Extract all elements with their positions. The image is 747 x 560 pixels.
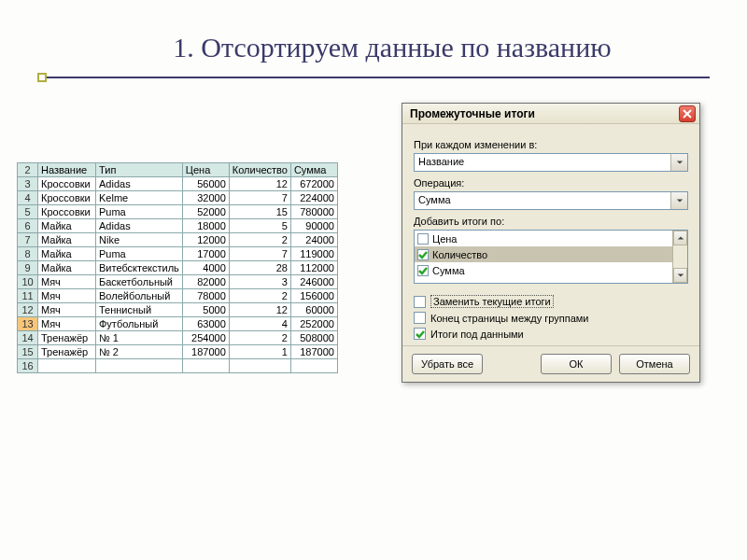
cell[interactable] xyxy=(229,359,290,373)
cell[interactable]: 3 xyxy=(229,275,290,289)
cell[interactable]: Майка xyxy=(38,233,96,247)
cell[interactable]: 156000 xyxy=(290,289,337,303)
cell[interactable]: 78000 xyxy=(182,289,229,303)
cell[interactable]: Мяч xyxy=(38,289,96,303)
chevron-down-icon[interactable] xyxy=(670,192,687,209)
scroll-down-icon[interactable] xyxy=(673,268,687,283)
cell[interactable]: № 1 xyxy=(96,331,183,345)
cell[interactable]: № 2 xyxy=(96,345,183,359)
table-row[interactable]: 14Тренажёр№ 12540002508000 xyxy=(18,331,338,345)
cell[interactable]: 18000 xyxy=(182,219,229,233)
cell[interactable] xyxy=(96,359,183,373)
cell[interactable]: Тренажёр xyxy=(38,345,96,359)
cell[interactable]: 246000 xyxy=(290,275,337,289)
cell[interactable]: 2 xyxy=(229,233,290,247)
cell[interactable]: Кроссовки xyxy=(38,177,96,191)
cell[interactable]: 90000 xyxy=(290,219,337,233)
cell[interactable]: Kelme xyxy=(96,191,183,205)
close-button[interactable] xyxy=(679,105,696,122)
cell[interactable]: Кроссовки xyxy=(38,191,96,205)
column-header[interactable]: Сумма xyxy=(290,163,337,177)
cell[interactable]: Волейбольный xyxy=(96,289,183,303)
combo-change-in[interactable]: Название xyxy=(414,153,688,172)
cell[interactable]: 12 xyxy=(229,303,290,317)
cell[interactable]: 5 xyxy=(229,219,290,233)
row-number[interactable]: 12 xyxy=(18,303,38,317)
table-row[interactable]: 9МайкаВитебсктекстиль400028112000 xyxy=(18,261,338,275)
cell[interactable]: Майка xyxy=(38,219,96,233)
cell[interactable]: 254000 xyxy=(182,331,229,345)
cell[interactable]: 119000 xyxy=(290,247,337,261)
cell[interactable]: Adidas xyxy=(96,219,183,233)
checkbox-replace-totals[interactable]: Заменить текущие итоги xyxy=(414,293,688,310)
table-row[interactable]: 7МайкаNike12000224000 xyxy=(18,233,338,247)
row-number[interactable]: 10 xyxy=(18,275,38,289)
cell[interactable]: 5000 xyxy=(182,303,229,317)
cell[interactable]: 52000 xyxy=(182,205,229,219)
ok-button[interactable]: ОК xyxy=(541,354,612,374)
cell[interactable]: 112000 xyxy=(290,261,337,275)
checkbox-totals-below[interactable]: Итоги под данными xyxy=(414,326,688,342)
cell[interactable]: Мяч xyxy=(38,275,96,289)
cell[interactable]: 28 xyxy=(229,261,290,275)
row-number[interactable]: 15 xyxy=(18,345,38,359)
column-header[interactable]: Цена xyxy=(182,163,229,177)
cell[interactable]: Витебсктекстиль xyxy=(96,261,183,275)
cell[interactable]: 82000 xyxy=(182,275,229,289)
row-number[interactable]: 3 xyxy=(18,177,38,191)
cell[interactable]: Кроссовки xyxy=(38,205,96,219)
cell[interactable]: 672000 xyxy=(290,177,337,191)
cell[interactable]: Puma xyxy=(96,247,183,261)
cell[interactable]: 4 xyxy=(229,317,290,331)
column-header[interactable]: Тип xyxy=(96,163,183,177)
cell[interactable] xyxy=(38,359,96,373)
checkbox[interactable] xyxy=(417,249,429,260)
row-number[interactable]: 4 xyxy=(18,191,38,205)
cell[interactable]: 4000 xyxy=(182,261,229,275)
cell[interactable]: Майка xyxy=(38,261,96,275)
cell[interactable]: 12000 xyxy=(182,233,229,247)
table-row[interactable]: 13МячФутбольный630004252000 xyxy=(18,317,338,331)
table-row[interactable]: 4КроссовкиKelme320007224000 xyxy=(18,191,338,205)
cell[interactable] xyxy=(290,359,337,373)
checkbox[interactable] xyxy=(417,265,429,276)
cell[interactable]: 2 xyxy=(229,289,290,303)
list-item[interactable]: Цена xyxy=(415,231,672,246)
cell[interactable]: 56000 xyxy=(182,177,229,191)
cell[interactable]: Футбольный xyxy=(96,317,183,331)
cell[interactable]: Мяч xyxy=(38,317,96,331)
chevron-down-icon[interactable] xyxy=(670,154,687,171)
checkbox-page-break[interactable]: Конец страницы между группами xyxy=(414,310,688,326)
cell[interactable]: 63000 xyxy=(182,317,229,331)
row-number[interactable]: 13 xyxy=(18,317,38,331)
table-row[interactable]: 15Тренажёр№ 21870001187000 xyxy=(18,345,338,359)
dialog-titlebar[interactable]: Промежуточные итоги xyxy=(402,104,699,124)
row-number[interactable]: 9 xyxy=(18,261,38,275)
cell[interactable]: Мяч xyxy=(38,303,96,317)
cell[interactable]: Adidas xyxy=(96,177,183,191)
row-number[interactable]: 11 xyxy=(18,289,38,303)
cell[interactable]: 12 xyxy=(229,177,290,191)
table-row[interactable]: 8МайкаPuma170007119000 xyxy=(18,247,338,261)
column-header[interactable]: Количество xyxy=(229,163,290,177)
remove-all-button[interactable]: Убрать все xyxy=(412,354,483,374)
row-number[interactable]: 14 xyxy=(18,331,38,345)
listbox-add-totals[interactable]: ЦенаКоличествоСумма xyxy=(414,230,688,284)
table-row[interactable]: 6МайкаAdidas18000590000 xyxy=(18,219,338,233)
column-header[interactable]: Название xyxy=(38,163,96,177)
cell[interactable]: Nike xyxy=(96,233,183,247)
cell[interactable] xyxy=(182,359,229,373)
cancel-button[interactable]: Отмена xyxy=(619,354,690,374)
cell[interactable]: 508000 xyxy=(290,331,337,345)
table-row[interactable]: 5КроссовкиPuma5200015780000 xyxy=(18,205,338,219)
table-row[interactable]: 10МячБаскетбольный820003246000 xyxy=(18,275,338,289)
table-row[interactable]: 11МячВолейбольный780002156000 xyxy=(18,289,338,303)
cell[interactable]: 17000 xyxy=(182,247,229,261)
combo-operation[interactable]: Сумма xyxy=(414,191,688,210)
row-number[interactable]: 8 xyxy=(18,247,38,261)
cell[interactable]: 7 xyxy=(229,191,290,205)
cell[interactable]: 24000 xyxy=(290,233,337,247)
row-number[interactable]: 5 xyxy=(18,205,38,219)
scrollbar[interactable] xyxy=(672,231,687,283)
scroll-up-icon[interactable] xyxy=(673,231,687,245)
